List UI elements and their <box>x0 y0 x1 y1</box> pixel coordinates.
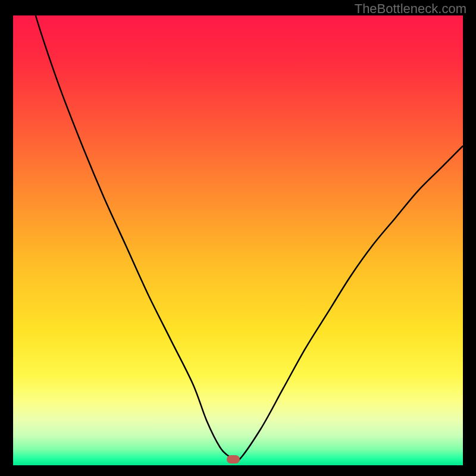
plot-area <box>13 15 463 465</box>
watermark-text: TheBottleneck.com <box>355 1 466 17</box>
bottleneck-curve <box>13 15 463 465</box>
minimum-marker <box>227 455 240 464</box>
chart-frame: TheBottleneck.com <box>0 0 476 476</box>
